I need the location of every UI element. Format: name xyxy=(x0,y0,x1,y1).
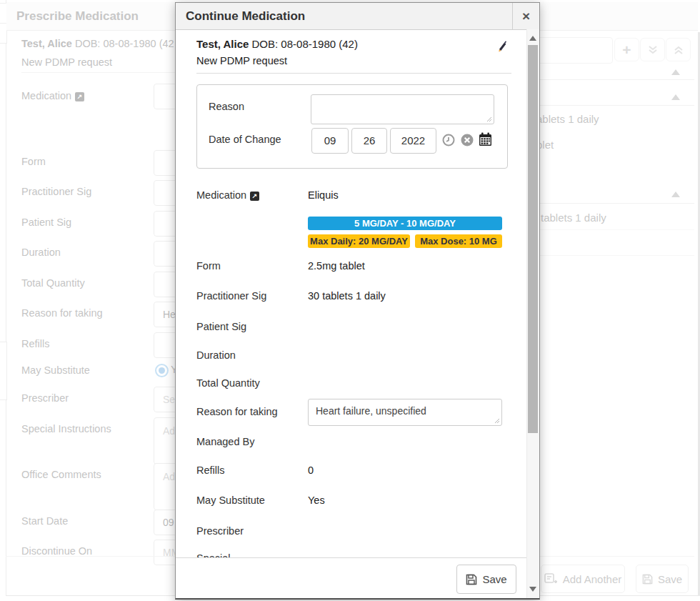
external-link-icon[interactable]: ↗ xyxy=(75,92,84,101)
modal-scrollbar[interactable] xyxy=(526,29,539,598)
double-chevron-down-icon xyxy=(648,45,658,55)
patient-line: Test, Alice DOB: 08-08-1980 (42) xyxy=(196,38,358,50)
bg-label-reason-for-taking: Reason for taking xyxy=(21,307,103,319)
bg-label-prescriber: Prescriber xyxy=(21,392,69,404)
bg-fragment-sig: ablets 1 daily xyxy=(536,113,599,125)
managed-by-label: Managed By xyxy=(196,436,254,447)
max-dose-badge: Max Dose: 10 MG xyxy=(415,234,502,248)
bg-patient-line: Test, Alice DOB: 08-08-1980 (42 xyxy=(21,38,174,49)
continue-medication-modal: Continue Medication × Test, Alice DOB: 0… xyxy=(175,2,540,600)
edit-pencil-icon[interactable] xyxy=(494,39,509,53)
bg-label-may-substitute: May Substitute xyxy=(21,364,90,376)
bg-patient-note: New PDMP request xyxy=(21,56,112,68)
bg-fragment-sig-2: tablets 1 daily xyxy=(541,212,606,224)
save-icon xyxy=(466,574,477,585)
external-link-icon[interactable]: ↗ xyxy=(250,192,259,201)
bg-save-label: Save xyxy=(658,573,682,585)
clock-icon[interactable] xyxy=(442,134,455,146)
bg-divider xyxy=(21,72,179,73)
total-quantity-label: Total Quantity xyxy=(196,377,260,389)
bg-label-duration: Duration xyxy=(21,247,61,258)
bg-save-button[interactable]: Save xyxy=(636,565,689,593)
bg-may-substitute-radio[interactable] xyxy=(155,364,169,377)
resize-handle-icon[interactable] xyxy=(486,116,492,122)
medication-value: Eliquis xyxy=(308,189,339,201)
change-panel: Reason Date of Change 09 26 2022 xyxy=(196,84,508,169)
reason-for-taking-label: Reason for taking xyxy=(196,406,278,417)
calendar-icon[interactable] xyxy=(479,132,492,146)
bg-label-form: Form xyxy=(21,156,46,167)
may-substitute-label: May Substitute xyxy=(196,495,265,506)
plus-icon: + xyxy=(622,42,631,57)
scroll-up-icon[interactable] xyxy=(529,36,536,41)
prescription-add-icon xyxy=(544,573,558,585)
bg-patient-dob: DOB: 08-08-1980 (42 xyxy=(75,38,174,49)
bg-patient-name: Test, Alice xyxy=(21,38,72,49)
duration-label: Duration xyxy=(196,349,236,361)
patient-divider xyxy=(196,73,511,74)
modal-save-label: Save xyxy=(482,573,506,585)
double-chevron-up-icon xyxy=(674,45,684,55)
bg-label-start-date: Start Date xyxy=(21,515,68,527)
date-of-change-label: Date of Change xyxy=(209,134,281,145)
section-caret-icon[interactable] xyxy=(671,192,680,197)
close-button[interactable]: × xyxy=(512,3,539,29)
reason-for-taking-textarea[interactable]: Heart failure, unspecified xyxy=(308,399,502,426)
medication-label: Medication↗ xyxy=(196,189,259,201)
add-button[interactable]: + xyxy=(614,38,639,61)
scroll-down-icon[interactable] xyxy=(529,587,536,592)
patient-sig-label: Patient Sig xyxy=(196,321,246,332)
resize-handle-icon[interactable] xyxy=(494,418,500,424)
bg-label-special-instructions: Special Instructions xyxy=(21,423,111,434)
save-icon xyxy=(642,574,653,585)
clear-date-icon[interactable] xyxy=(461,134,474,146)
modal-footer: Save xyxy=(176,557,527,598)
section-caret-icon[interactable] xyxy=(671,69,680,75)
modal-header: Continue Medication × xyxy=(176,3,539,30)
patient-name: Test, Alice xyxy=(196,38,249,50)
bg-label-total-quantity: Total Quantity xyxy=(21,277,85,289)
max-daily-badge: Max Daily: 20 MG/DAY xyxy=(308,234,410,248)
month-input[interactable]: 09 xyxy=(311,128,349,154)
reason-for-taking-value: Heart failure, unspecified xyxy=(316,405,426,417)
bg-label-practitioner-sig: Practitioner Sig xyxy=(21,186,91,197)
scrollbar-thumb[interactable] xyxy=(528,45,538,433)
prescriber-label: Prescriber xyxy=(196,525,244,537)
page-title: Prescribe Medication xyxy=(16,9,139,24)
reason-textarea[interactable] xyxy=(311,94,494,124)
bg-label-patient-sig: Patient Sig xyxy=(21,217,71,228)
expand-all-button[interactable] xyxy=(666,38,691,61)
practitioner-sig-value: 30 tablets 1 daily xyxy=(308,290,386,302)
add-another-button[interactable]: Add Another xyxy=(541,565,625,593)
dose-range-badge: 5 MG/DAY - 10 MG/DAY xyxy=(308,217,502,230)
practitioner-sig-label: Practitioner Sig xyxy=(196,290,266,302)
add-another-label: Add Another xyxy=(563,573,622,585)
modal-save-button[interactable]: Save xyxy=(456,565,516,594)
bg-label-discontinue-on: Discontinue On xyxy=(21,545,92,557)
close-icon: × xyxy=(522,9,530,24)
may-substitute-value: Yes xyxy=(308,495,325,506)
refills-label: Refills xyxy=(196,465,224,476)
modal-title: Continue Medication xyxy=(176,3,512,29)
form-label: Form xyxy=(196,260,221,272)
refills-value: 0 xyxy=(308,465,314,476)
form-value: 2.5mg tablet xyxy=(308,260,365,272)
bg-search-input[interactable] xyxy=(530,37,613,64)
bg-label-refills: Refills xyxy=(21,338,49,349)
day-input[interactable]: 26 xyxy=(351,128,387,154)
screen: Prescribe Medication Test, Alice DOB: 08… xyxy=(0,0,700,601)
year-input[interactable]: 2022 xyxy=(390,128,436,154)
edge-tab-3 xyxy=(0,342,7,400)
collapse-all-button[interactable] xyxy=(640,38,665,61)
bg-label-office-comments: Office Comments xyxy=(21,469,101,480)
bg-label-medication: Medication↗ xyxy=(21,90,84,101)
modal-body: Test, Alice DOB: 08-08-1980 (42) New PDM… xyxy=(176,29,527,598)
patient-note: New PDMP request xyxy=(196,55,287,66)
reason-label: Reason xyxy=(209,101,244,112)
section-caret-icon[interactable] xyxy=(671,94,680,100)
patient-dob: DOB: 08-08-1980 (42) xyxy=(252,38,358,50)
